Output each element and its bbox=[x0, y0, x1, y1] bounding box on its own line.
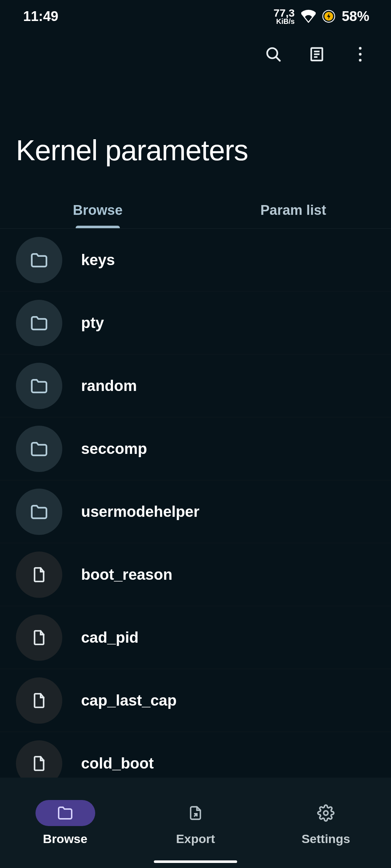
file-icon bbox=[16, 552, 62, 598]
item-label: boot_reason bbox=[81, 566, 172, 583]
item-label: cold_boot bbox=[81, 755, 154, 772]
nav-settings-label: Settings bbox=[302, 832, 350, 846]
status-bar: 11:49 77,3 KiB/s 58% bbox=[0, 0, 391, 33]
battery-percent: 58% bbox=[342, 9, 369, 24]
folder-icon bbox=[56, 804, 74, 822]
nav-browse-pill bbox=[35, 800, 95, 826]
header: Kernel parameters bbox=[0, 76, 391, 192]
folder-icon bbox=[16, 237, 62, 283]
list-item[interactable]: pty bbox=[0, 292, 391, 354]
nav-browse[interactable]: Browse bbox=[0, 778, 130, 868]
network-speed: 77,3 KiB/s bbox=[274, 8, 295, 25]
item-label: seccomp bbox=[81, 440, 147, 458]
nav-browse-label: Browse bbox=[43, 832, 88, 846]
item-label: usermodehelper bbox=[81, 503, 199, 520]
item-label: cad_pid bbox=[81, 629, 139, 646]
list-item[interactable]: cad_pid bbox=[0, 606, 391, 669]
page-title: Kernel parameters bbox=[16, 134, 375, 167]
folder-icon bbox=[16, 426, 62, 472]
list-item[interactable]: random bbox=[0, 354, 391, 417]
nav-settings[interactable]: Settings bbox=[261, 778, 391, 868]
status-right: 77,3 KiB/s 58% bbox=[274, 8, 369, 25]
tab-param-list-label: Param list bbox=[260, 203, 326, 218]
status-time: 11:49 bbox=[23, 9, 58, 24]
toolbar bbox=[0, 33, 391, 76]
search-button[interactable] bbox=[264, 45, 282, 63]
nav-export[interactable]: Export bbox=[130, 778, 261, 868]
more-button[interactable] bbox=[351, 45, 369, 63]
tab-bar: Browse Param list bbox=[0, 192, 391, 229]
list-item[interactable]: seccomp bbox=[0, 417, 391, 480]
tab-browse[interactable]: Browse bbox=[0, 192, 196, 228]
svg-point-9 bbox=[359, 53, 361, 55]
file-icon bbox=[16, 614, 62, 661]
nav-export-pill bbox=[166, 800, 226, 826]
nav-settings-pill bbox=[296, 800, 356, 826]
wifi-icon bbox=[301, 10, 316, 23]
folder-icon bbox=[16, 489, 62, 535]
gear-icon bbox=[317, 804, 335, 822]
svg-point-11 bbox=[324, 811, 328, 815]
svg-point-8 bbox=[359, 47, 361, 50]
tab-param-list[interactable]: Param list bbox=[196, 192, 391, 228]
network-speed-unit: KiB/s bbox=[274, 18, 295, 25]
folder-icon bbox=[16, 300, 62, 346]
list-item[interactable]: usermodehelper bbox=[0, 480, 391, 543]
item-label: random bbox=[81, 377, 137, 395]
file-icon bbox=[16, 677, 62, 724]
item-list[interactable]: keysptyrandomseccompusermodehelperboot_r… bbox=[0, 229, 391, 795]
svg-line-3 bbox=[276, 57, 280, 61]
notes-button[interactable] bbox=[308, 45, 326, 63]
item-label: cap_last_cap bbox=[81, 692, 177, 709]
home-indicator[interactable] bbox=[154, 860, 237, 863]
battery-saver-icon bbox=[322, 10, 335, 23]
folder-icon bbox=[16, 363, 62, 409]
search-icon bbox=[265, 46, 282, 63]
more-vert-icon bbox=[358, 46, 362, 62]
nav-export-label: Export bbox=[176, 832, 215, 846]
tab-browse-label: Browse bbox=[73, 203, 122, 218]
notes-icon bbox=[308, 46, 325, 63]
item-label: pty bbox=[81, 314, 104, 332]
export-icon bbox=[187, 805, 204, 821]
list-item[interactable]: boot_reason bbox=[0, 543, 391, 606]
list-item[interactable]: cap_last_cap bbox=[0, 669, 391, 732]
bottom-nav: Browse Export Settings bbox=[0, 778, 391, 868]
list-item[interactable]: keys bbox=[0, 229, 391, 292]
item-label: keys bbox=[81, 251, 115, 269]
svg-point-10 bbox=[359, 59, 361, 61]
